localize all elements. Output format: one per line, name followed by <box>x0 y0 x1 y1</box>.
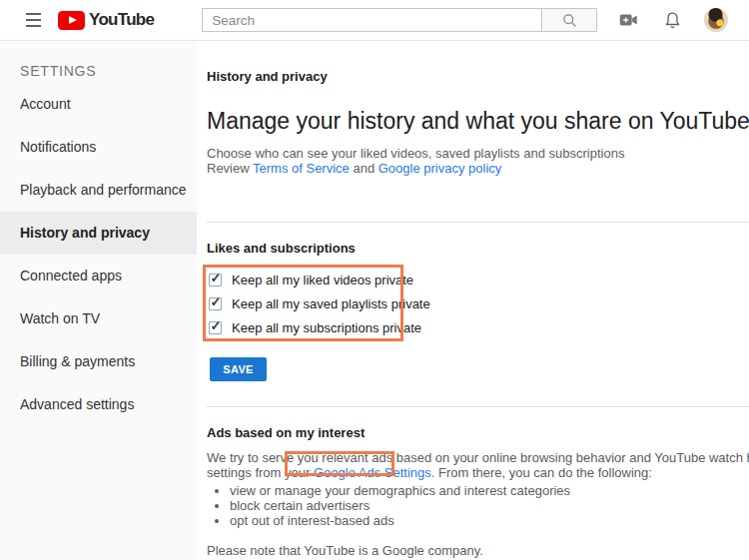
ads-paragraph: We try to serve you relevant ads based o… <box>207 450 749 480</box>
checkbox-checked-icon[interactable] <box>209 321 222 334</box>
list-item: opt out of interest-based ads <box>230 513 749 528</box>
search-icon <box>561 12 578 29</box>
list-item: view or manage your demographics and int… <box>230 483 749 498</box>
ads-paragraph-line1: We try to serve you relevant ads based o… <box>207 450 749 465</box>
menu-icon[interactable] <box>26 13 44 27</box>
page-title: Manage your history and what you share o… <box>207 107 749 135</box>
ads-line2-suffix: From there, you can do the following: <box>434 465 652 480</box>
sidebar-item-account[interactable]: Account <box>0 83 197 126</box>
list-item: block certain advertisers <box>230 498 749 513</box>
checkbox-label: Keep all my subscriptions private <box>232 320 421 335</box>
subscriptions-private-row[interactable]: Keep all my subscriptions private <box>209 320 749 334</box>
main-content: History and privacy Manage your history … <box>197 41 749 560</box>
sidebar-item-notifications[interactable]: Notifications <box>0 126 197 169</box>
ads-paragraph-line2: settings from your Google Ads Settings. … <box>207 465 749 480</box>
divider <box>207 406 749 407</box>
page-breadcrumb: History and privacy <box>207 69 749 84</box>
saved-playlists-private-row[interactable]: Keep all my saved playlists private <box>209 296 749 310</box>
likes-section-title: Likes and subscriptions <box>207 241 749 256</box>
privacy-checkbox-group: Keep all my liked videos private Keep al… <box>209 273 749 334</box>
review-middle: and <box>350 161 378 176</box>
review-line: Review Terms of Service and Google priva… <box>207 161 749 176</box>
divider <box>207 222 749 223</box>
google-ads-settings-link[interactable]: Google Ads Settings. <box>314 465 434 480</box>
review-prefix: Review <box>207 161 253 176</box>
sidebar-item-playback[interactable]: Playback and performance <box>0 169 197 212</box>
google-company-note: Please note that YouTube is a Google com… <box>207 543 749 558</box>
save-button[interactable]: SAVE <box>210 357 267 381</box>
youtube-logo[interactable]: YouTube <box>58 10 154 30</box>
ads-bullet-list: view or manage your demographics and int… <box>207 483 749 528</box>
checkbox-checked-icon[interactable] <box>209 297 222 310</box>
checkbox-label: Keep all my saved playlists private <box>232 296 430 311</box>
sidebar-item-billing[interactable]: Billing & payments <box>0 340 197 383</box>
sidebar-item-advanced[interactable]: Advanced settings <box>0 383 197 426</box>
liked-videos-private-row[interactable]: Keep all my liked videos private <box>209 273 749 286</box>
search-button[interactable] <box>541 8 597 32</box>
ads-section-title: Ads based on my interest <box>207 425 749 440</box>
sidebar-title: SETTINGS <box>0 41 197 83</box>
page-subtext: Choose who can see your liked videos, sa… <box>207 146 749 161</box>
video-upload-icon[interactable] <box>616 8 640 32</box>
search-bar <box>202 8 597 32</box>
header-actions <box>616 8 728 32</box>
checkbox-label: Keep all my liked videos private <box>232 273 413 287</box>
ads-line2-prefix: settings from your <box>207 465 314 480</box>
avatar[interactable] <box>704 8 728 32</box>
bell-icon[interactable] <box>660 8 684 32</box>
sidebar-item-watch-on-tv[interactable]: Watch on TV <box>0 297 197 340</box>
sidebar-item-history-privacy[interactable]: History and privacy <box>0 212 197 255</box>
top-app-bar: YouTube <box>0 0 749 41</box>
youtube-logo-text: YouTube <box>89 10 154 30</box>
terms-of-service-link[interactable]: Terms of Service <box>253 161 350 176</box>
checkbox-checked-icon[interactable] <box>209 274 222 286</box>
search-input[interactable] <box>202 8 541 32</box>
youtube-play-icon <box>58 11 85 30</box>
privacy-policy-link[interactable]: Google privacy policy <box>378 161 502 176</box>
sidebar-item-connected-apps[interactable]: Connected apps <box>0 255 197 297</box>
settings-sidebar: SETTINGS Account Notifications Playback … <box>0 41 197 560</box>
